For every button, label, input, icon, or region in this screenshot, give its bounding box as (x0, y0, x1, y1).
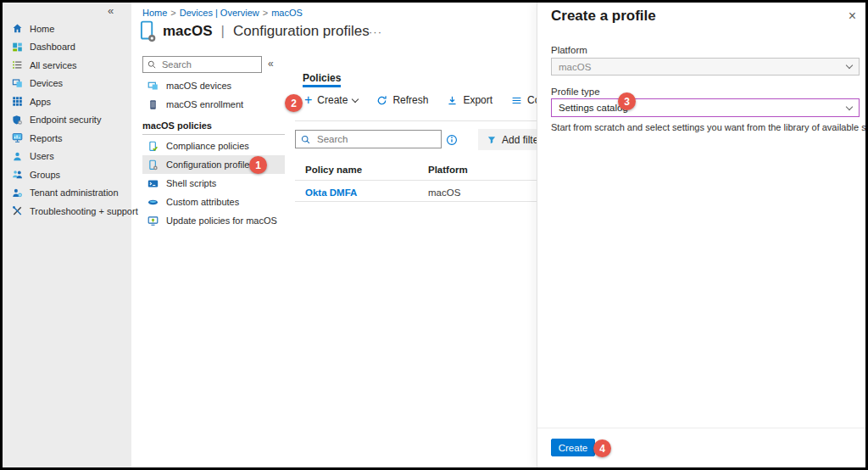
tab-policies[interactable]: Policies (303, 72, 341, 84)
nav-item-home[interactable]: Home (3, 20, 131, 38)
all-services-icon (12, 59, 23, 70)
filter-icon (487, 135, 497, 145)
nav-label: Reports (30, 133, 63, 143)
panel-title: Create a profile (551, 8, 656, 25)
info-icon[interactable] (446, 134, 458, 146)
download-icon (447, 95, 458, 106)
platform-label: Platform (551, 45, 587, 55)
sidebar-item-macos-enrollment[interactable]: macOS enrollment (142, 95, 285, 114)
terminal-icon (147, 178, 159, 189)
sidebar-section-header: macOS policies (142, 120, 212, 131)
sidebar-item-update-policies-macos[interactable]: Update policies for macOS (142, 211, 285, 230)
nav-label: Home (30, 24, 54, 34)
sidebar-search-input[interactable] (160, 59, 257, 70)
export-button[interactable]: Export (447, 94, 492, 106)
nav-label: Tenant administration (30, 187, 119, 198)
nav-label: Devices (30, 78, 63, 88)
create-profile-panel: Create a profile × Platform macOS Profil… (537, 3, 866, 467)
plus-icon: + (304, 96, 312, 104)
create-label: Create (317, 94, 348, 106)
tablet-icon (147, 99, 159, 110)
sidebar-item-shell-scripts[interactable]: Shell scripts (142, 174, 285, 193)
divider (537, 428, 866, 428)
sidebar-item-label: Configuration profiles (166, 159, 254, 170)
dashboard-icon (12, 42, 23, 53)
page-title-primary: macOS (163, 23, 213, 40)
reports-icon (12, 132, 23, 143)
sidebar-item-label: macOS enrollment (166, 99, 243, 109)
tab-active-indicator (303, 85, 341, 87)
policy-search-box (295, 130, 442, 148)
intune-admin-window: « Home Dashboard All services Devices Ap… (0, 0, 868, 470)
tablet-gear-icon (147, 159, 159, 171)
nav-item-all-services[interactable]: All services (3, 56, 131, 75)
chevron-down-icon (846, 103, 853, 109)
nav-item-groups[interactable]: Groups (3, 165, 131, 184)
create-profile-button[interactable]: Create (551, 439, 595, 456)
breadcrumb-home-link[interactable]: Home (142, 8, 167, 18)
annotation-step-2: 2 (285, 94, 303, 112)
sidebar-item-label: Compliance policies (166, 141, 249, 151)
nav-label: Endpoint security (30, 115, 101, 125)
profile-type-label: Profile type (551, 87, 600, 97)
collapse-left-nav-icon[interactable]: « (108, 4, 114, 17)
nav-label: Dashboard (30, 42, 75, 52)
tenant-admin-icon (12, 187, 23, 199)
home-icon (12, 23, 23, 34)
breadcrumb-separator: > (263, 8, 268, 18)
chevron-down-icon (846, 62, 853, 69)
column-header-platform[interactable]: Platform (428, 165, 468, 175)
group-icon (12, 169, 23, 180)
sidebar-item-custom-attributes[interactable]: Custom attributes (142, 193, 285, 211)
nav-item-endpoint-security[interactable]: Endpoint security (3, 111, 131, 130)
column-header-policy-name[interactable]: Policy name (305, 165, 362, 175)
profile-type-select[interactable]: Settings catalog (551, 98, 860, 117)
page-title: macOS | Configuration profiles (140, 20, 370, 42)
sidebar-item-label: Custom attributes (166, 197, 239, 207)
monitor-icon (147, 81, 159, 92)
annotation-step-3: 3 (618, 92, 636, 110)
nav-item-apps[interactable]: Apps (3, 92, 131, 111)
collapse-sidebar-icon[interactable]: « (268, 58, 274, 70)
monitor-update-icon (147, 215, 159, 227)
nav-item-reports[interactable]: Reports (3, 129, 131, 148)
refresh-label: Refresh (392, 94, 428, 106)
refresh-icon (376, 95, 387, 106)
sidebar-item-compliance-policies[interactable]: Compliance policies (142, 137, 285, 155)
chevron-down-icon (352, 95, 359, 102)
sidebar-item-label: macOS devices (166, 81, 231, 91)
attribute-tag-icon (147, 197, 159, 208)
breadcrumb-devices-overview-link[interactable]: Devices | Overview (180, 8, 259, 18)
sidebar-item-label: Update policies for macOS (166, 215, 277, 226)
sidebar-search-box (142, 56, 262, 73)
user-icon (12, 151, 23, 162)
nav-item-tenant-administration[interactable]: Tenant administration (3, 184, 131, 203)
annotation-step-4: 4 (593, 439, 611, 457)
platform-select[interactable]: macOS (551, 58, 860, 76)
policy-search-input[interactable] (315, 133, 433, 145)
close-icon[interactable]: × (849, 9, 856, 23)
devices-icon (12, 78, 23, 89)
breadcrumb: Home>Devices | Overview>macOS (142, 8, 303, 18)
create-button[interactable]: + Create (304, 94, 358, 106)
divider (295, 201, 537, 202)
more-options-icon[interactable]: ··· (369, 25, 382, 38)
policy-link-okta-dmfa[interactable]: Okta DMFA (305, 187, 357, 198)
export-label: Export (463, 94, 492, 106)
nav-item-devices[interactable]: Devices (3, 75, 131, 93)
breadcrumb-macos-link[interactable]: macOS (271, 8, 303, 18)
nav-item-dashboard[interactable]: Dashboard (3, 38, 131, 57)
divider (295, 180, 537, 181)
nav-item-troubleshooting-support[interactable]: Troubleshooting + support (3, 202, 131, 221)
sidebar-item-macos-devices[interactable]: macOS devices (142, 76, 285, 95)
profile-type-description: Start from scratch and select settings y… (551, 122, 863, 132)
title-divider: | (221, 23, 225, 40)
nav-label: Groups (30, 170, 60, 180)
search-icon (300, 134, 311, 145)
refresh-button[interactable]: Refresh (376, 94, 428, 106)
device-gear-icon (140, 20, 156, 42)
nav-item-users[interactable]: Users (3, 148, 131, 166)
tablet-check-icon (147, 141, 159, 152)
columns-icon (511, 95, 522, 106)
sidebar-item-label: Shell scripts (166, 178, 216, 188)
